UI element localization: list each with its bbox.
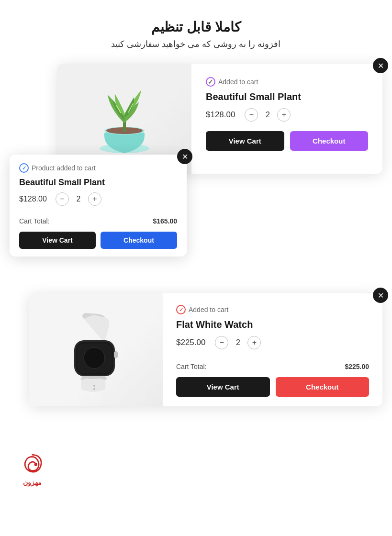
- svg-point-7: [84, 347, 105, 368]
- card-2-view-cart-button[interactable]: View Cart: [19, 232, 96, 249]
- card-1-added-badge: ✓ Added to cart: [206, 77, 368, 87]
- card-3-cart-total-row: Cart Total: $225.00: [176, 359, 369, 370]
- card-2-qty-plus[interactable]: +: [88, 192, 101, 206]
- check-icon-blue: ✓: [19, 163, 29, 173]
- card-1-badge-text: Added to cart: [218, 78, 258, 86]
- card-3-actions: View Cart Checkout: [176, 377, 369, 397]
- cards-area: ✕ ✓ Added to cart Beautiful Small Plant …: [0, 64, 392, 456]
- card-2-cart-total-row: Cart Total: $165.00: [19, 213, 177, 225]
- card-1-qty-plus[interactable]: +: [277, 108, 291, 122]
- card-3-product-name: Flat White Watch: [176, 319, 369, 330]
- card-3-cart-total-value: $225.00: [345, 363, 369, 370]
- card-3-qty-minus[interactable]: −: [215, 336, 228, 349]
- card-2-product-name: Beautiful Small Plant: [19, 178, 177, 188]
- card-3-view-cart-button[interactable]: View Cart: [176, 377, 270, 397]
- card-3-added-badge: ✓ Added to cart: [176, 305, 369, 314]
- card-2-cart-total-value: $165.00: [153, 217, 177, 225]
- svg-point-9: [93, 385, 95, 387]
- card-1-checkout-button[interactable]: Checkout: [290, 131, 369, 151]
- card-2-cart-total-label: Cart Total:: [19, 217, 50, 225]
- card-2-qty-value: 2: [74, 195, 83, 203]
- card-3-watch-wide: ✕ ✓ Added to cart Flat White Watch $225.…: [29, 293, 382, 406]
- page-header: کاملا قابل تنظیم افزونه را به روشی که می…: [0, 0, 392, 64]
- card-2-badge: ✓ Product added to cart: [19, 163, 177, 173]
- card-1-qty-control: − 2 +: [245, 108, 291, 122]
- card-1-close-button[interactable]: ✕: [373, 58, 388, 73]
- logo-spiral-icon: [19, 451, 45, 478]
- card-3-qty-value: 2: [233, 338, 243, 347]
- plant-illustration: [81, 71, 168, 167]
- svg-rect-8: [114, 351, 118, 358]
- card-1-view-cart-button[interactable]: View Cart: [206, 131, 284, 151]
- card-3-qty-plus[interactable]: +: [247, 336, 261, 349]
- watch-illustration: [43, 304, 148, 395]
- card-3-content: ✕ ✓ Added to cart Flat White Watch $225.…: [163, 293, 382, 406]
- svg-point-10: [93, 388, 95, 390]
- footer-logo: مهزون: [19, 451, 45, 486]
- close-icon-3: ✕: [378, 291, 384, 300]
- card-3-badge-text: Added to cart: [189, 306, 228, 313]
- card-2-checkout-button[interactable]: Checkout: [101, 232, 177, 249]
- logo-text: مهزون: [23, 479, 42, 486]
- card-2-qty-control: − 2 +: [56, 192, 101, 206]
- card-2-qty-minus[interactable]: −: [56, 192, 69, 206]
- check-icon-purple: ✓: [206, 77, 215, 87]
- card-3-price-row: $225.00 − 2 +: [176, 336, 369, 349]
- svg-point-12: [34, 463, 37, 466]
- card-1-price: $128.00: [206, 110, 235, 120]
- card-3-price: $225.00: [176, 338, 205, 347]
- check-icon-red: ✓: [176, 305, 186, 314]
- card-3-close-button[interactable]: ✕: [373, 288, 388, 303]
- card-2-price-row: $128.00 − 2 +: [19, 192, 177, 206]
- card-1-content: ✕ ✓ Added to cart Beautiful Small Plant …: [191, 64, 382, 174]
- card-1-qty-value: 2: [263, 111, 272, 119]
- card-2-price: $128.00: [19, 195, 47, 203]
- page-title: کاملا قابل تنظیم: [10, 19, 382, 35]
- card-1-price-row: $128.00 − 2 +: [206, 108, 368, 122]
- close-icon: ✕: [378, 61, 384, 70]
- card-1-qty-minus[interactable]: −: [245, 108, 258, 122]
- page-subtitle: افزونه را به روشی که می خواهید سفارشی کن…: [10, 39, 382, 49]
- card-1-product-name: Beautiful Small Plant: [206, 91, 368, 102]
- card-2-plant-small: ✕ ✓ Product added to cart Beautiful Smal…: [10, 155, 187, 257]
- card-3-qty-control: − 2 +: [215, 336, 261, 349]
- card-2-actions: View Cart Checkout: [19, 232, 177, 249]
- card-3-checkout-button[interactable]: Checkout: [276, 377, 370, 397]
- card-1-actions: View Cart Checkout: [206, 131, 368, 151]
- card-3-cart-total-label: Cart Total:: [176, 363, 207, 370]
- card-3-product-image: [29, 293, 163, 406]
- close-icon-2: ✕: [182, 152, 188, 161]
- card-2-badge-text: Product added to cart: [32, 164, 96, 172]
- card-2-close-button[interactable]: ✕: [177, 149, 192, 164]
